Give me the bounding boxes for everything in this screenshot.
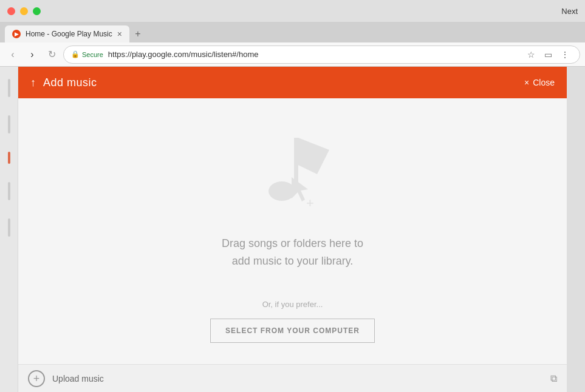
drop-zone[interactable]: + Drag songs or folders here to add musi… xyxy=(18,98,567,364)
active-tab[interactable]: ▶ Home - Google Play Music × xyxy=(5,25,129,42)
browser-chrome: Next ▶ Home - Google Play Music × + ‹ › … xyxy=(0,0,585,67)
svg-text:+: + xyxy=(306,195,314,211)
lock-icon: 🔒 xyxy=(71,50,80,58)
select-from-computer-button[interactable]: SELECT FROM YOUR COMPUTER xyxy=(210,319,375,343)
music-note-icon: + xyxy=(256,120,329,217)
secure-badge: 🔒 Secure xyxy=(71,50,103,58)
add-upload-button[interactable]: + xyxy=(28,370,45,387)
modal-header: ↑ Add music × Close xyxy=(18,67,567,98)
music-icon-container: + xyxy=(256,120,329,217)
tab-bar: ▶ Home - Google Play Music × + xyxy=(0,22,585,42)
svg-point-0 xyxy=(269,181,295,201)
bookmark-button[interactable]: ☆ xyxy=(524,47,538,62)
modal-title: Add music xyxy=(43,76,97,89)
window-maximize-button[interactable] xyxy=(33,7,41,15)
cast-button[interactable]: ▭ xyxy=(541,47,555,62)
new-tab-button[interactable]: + xyxy=(129,25,146,42)
close-x-icon: × xyxy=(524,78,529,87)
modal-overlay: ↑ Add music × Close xyxy=(0,67,585,392)
external-link-icon[interactable]: ⧉ xyxy=(550,373,557,384)
forward-button[interactable]: › xyxy=(24,47,40,63)
modal-close-button[interactable]: × Close xyxy=(524,78,555,87)
window-minimize-button[interactable] xyxy=(20,7,28,15)
modal-title-group: ↑ Add music xyxy=(30,76,97,89)
close-label: Close xyxy=(533,78,555,87)
window-controls xyxy=(7,7,41,15)
back-button[interactable]: ‹ xyxy=(5,47,21,63)
main-content: ↑ Add music × Close xyxy=(0,67,585,392)
refresh-button[interactable]: ↻ xyxy=(44,47,60,63)
tab-close-button[interactable]: × xyxy=(117,30,122,38)
window-close-button[interactable] xyxy=(7,7,15,15)
url-text: https://play.google.com/music/listen#/ho… xyxy=(108,50,519,59)
prefer-text: Or, if you prefer... xyxy=(262,300,323,309)
upload-music-label: Upload music xyxy=(52,374,104,384)
bottom-bar: + Upload music ⧉ xyxy=(18,364,567,392)
title-bar: Next xyxy=(0,0,585,22)
next-label: Next xyxy=(561,7,578,16)
menu-button[interactable]: ⋮ xyxy=(558,47,572,62)
drag-drop-text: Drag songs or folders here to add music … xyxy=(222,235,363,270)
tab-favicon: ▶ xyxy=(12,30,21,38)
tab-title: Home - Google Play Music xyxy=(26,30,112,38)
url-bar[interactable]: 🔒 Secure https://play.google.com/music/l… xyxy=(63,46,580,64)
url-actions: ☆ ▭ ⋮ xyxy=(524,47,572,62)
add-music-modal: ↑ Add music × Close xyxy=(18,67,567,392)
upload-icon: ↑ xyxy=(30,76,36,89)
address-bar: ‹ › ↻ 🔒 Secure https://play.google.com/m… xyxy=(0,42,585,67)
